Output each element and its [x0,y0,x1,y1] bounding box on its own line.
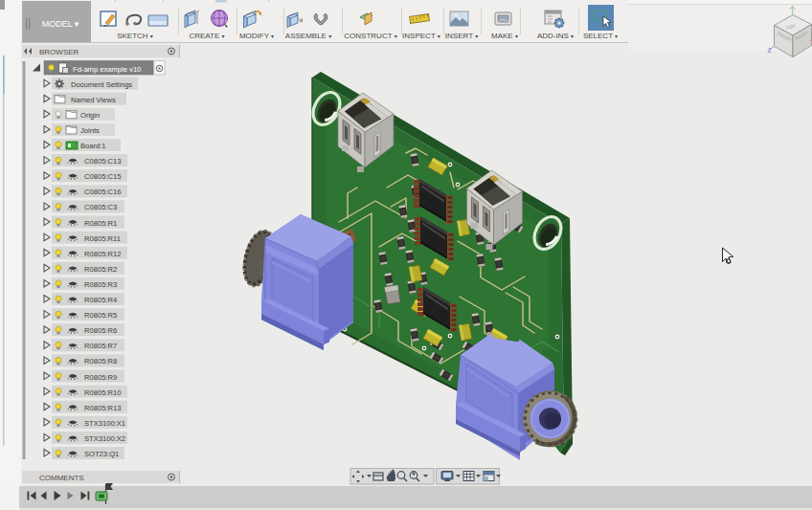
svg-text:R0805:R3: R0805:R3 [84,280,117,289]
svg-text:Joints: Joints [80,126,100,135]
svg-text:R0805:R7: R0805:R7 [84,342,117,350]
svg-text:C0805:C3: C0805:C3 [84,203,117,211]
svg-text:Named Views: Named Views [71,96,116,104]
svg-text:MODEL ▾: MODEL ▾ [42,19,79,29]
svg-text:CREATE ▾: CREATE ▾ [189,32,224,40]
svg-text:SELECT ▾: SELECT ▾ [583,32,618,40]
svg-text:Fd-amp example v10: Fd-amp example v10 [73,65,141,74]
svg-text:R0805:R4: R0805:R4 [84,296,117,304]
svg-text:C0805:C15: C0805:C15 [84,172,121,181]
svg-text:R0805:R1: R0805:R1 [84,219,117,228]
svg-text:CONSTRUCT ▾: CONSTRUCT ▾ [344,32,396,40]
svg-text:STX3100:X2: STX3100:X2 [84,434,125,443]
svg-text:Document Settings: Document Settings [71,80,132,89]
svg-text:R0805:R8: R0805:R8 [84,357,117,366]
svg-text:R0805:R13: R0805:R13 [84,404,121,412]
svg-text:R0805:R9: R0805:R9 [84,373,117,382]
svg-text:Z: Z [768,47,773,54]
svg-text:C0805:C13: C0805:C13 [84,157,121,166]
svg-text:R0805:R10: R0805:R10 [84,388,121,397]
svg-text:R0805:R11: R0805:R11 [84,234,121,243]
svg-text:MODIFY ▾: MODIFY ▾ [239,32,274,40]
svg-text:R0805:R5: R0805:R5 [84,311,117,320]
svg-text:C0805:C16: C0805:C16 [84,188,121,196]
svg-text:INSPECT ▾: INSPECT ▾ [402,32,440,40]
svg-text:Board:1: Board:1 [80,142,106,150]
svg-text:SKETCH ▾: SKETCH ▾ [117,32,153,40]
svg-text:ADD-INS ▾: ADD-INS ▾ [537,32,574,40]
svg-text:SOT23:Q1: SOT23:Q1 [84,450,119,458]
svg-text:R0805:R2: R0805:R2 [84,265,117,274]
svg-text:BROWSER: BROWSER [39,48,79,56]
svg-text:Origin: Origin [80,111,100,120]
svg-text:MAKE ▾: MAKE ▾ [491,32,518,40]
svg-text:INSERT ▾: INSERT ▾ [445,32,478,40]
svg-text:R0805:R6: R0805:R6 [84,326,117,335]
svg-text:R0805:R12: R0805:R12 [84,250,121,258]
svg-text:STX3100:X1: STX3100:X1 [84,419,125,428]
svg-text:COMMENTS: COMMENTS [39,474,84,482]
svg-text:ASSEMBLE ▾: ASSEMBLE ▾ [285,32,331,40]
